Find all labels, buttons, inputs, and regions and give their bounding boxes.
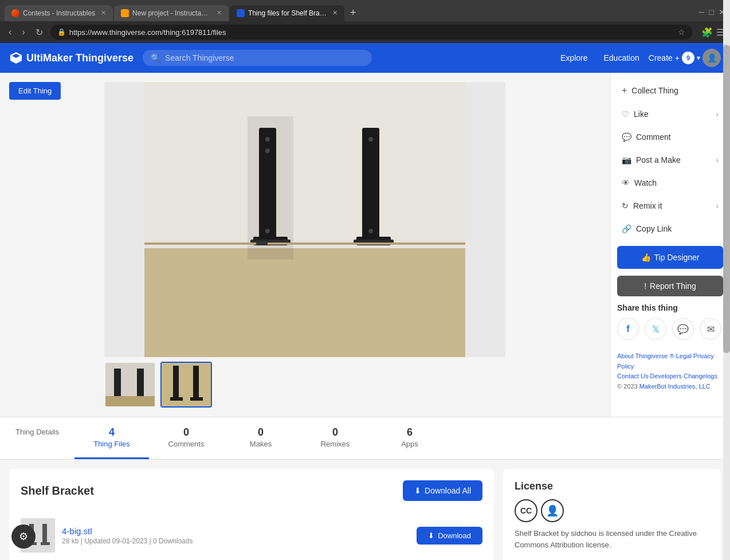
email-share-button[interactable]: ✉ xyxy=(700,318,721,340)
contact-link[interactable]: Contact Us xyxy=(617,373,648,379)
svg-rect-32 xyxy=(41,542,50,545)
svg-rect-4 xyxy=(259,128,276,242)
search-bar[interactable]: 🔍 xyxy=(143,50,372,66)
search-input[interactable] xyxy=(165,53,364,62)
address-bar-row: ‹ › ↻ 🔒 https://www.thingiverse.com/thin… xyxy=(0,21,730,43)
tab-comments-label: Comments xyxy=(168,440,205,448)
file-downloads-1: 0 Downloads xyxy=(153,537,193,545)
comment-item[interactable]: 💬 Comment xyxy=(617,127,723,147)
tab-thing-files-label: Thing Files xyxy=(93,440,130,448)
footer-copyright: © 2023 MakerBot Industries, LLC xyxy=(617,382,723,392)
new-tab-button[interactable]: + xyxy=(346,5,361,21)
remix-arrow-icon: › xyxy=(716,201,719,210)
tab-thing-files[interactable]: 4 Thing Files xyxy=(74,417,149,459)
address-bar[interactable]: 🔒 https://www.thingiverse.com/thing:6197… xyxy=(50,25,692,40)
nav-links: Explore Education Create + 9 ▾ 👤 xyxy=(554,49,721,67)
main-image xyxy=(104,82,505,357)
tab-apps-label: Apps xyxy=(401,440,418,448)
collect-thing-item[interactable]: + Collect Thing xyxy=(617,80,723,101)
share-title: Share this thing xyxy=(617,303,723,312)
tab-close-3[interactable]: ✕ xyxy=(332,9,337,17)
legal-link[interactable]: Legal xyxy=(676,353,692,359)
watch-item[interactable]: 👁 Watch xyxy=(617,173,723,193)
collect-thing-label: Collect Thing xyxy=(631,86,678,95)
tab-thing-details-label: Thing Details xyxy=(15,428,59,436)
svg-rect-23 xyxy=(162,363,212,408)
share-icons-row: f 𝕏 💬 ✉ xyxy=(617,318,723,340)
refresh-button[interactable]: ↻ xyxy=(33,26,46,39)
facebook-icon: f xyxy=(626,324,629,334)
tab-makes[interactable]: 0 Makes xyxy=(223,417,298,459)
star-icon[interactable]: ☆ xyxy=(678,28,685,37)
copy-link-label: Copy Link xyxy=(636,224,672,233)
copy-link-item[interactable]: 🔗 Copy Link xyxy=(617,218,723,239)
nav-explore[interactable]: Explore xyxy=(554,49,594,67)
file-meta-1: 28 kb | Updated 09-01-2023 | 0 Downloads xyxy=(62,537,410,545)
tab-thing-details[interactable]: Thing Details xyxy=(0,417,74,459)
tab-favicon-3 xyxy=(237,9,245,17)
download-all-icon: ⬇ xyxy=(414,486,421,495)
tab-remixes-count: 0 xyxy=(332,426,338,438)
create-button[interactable]: Create + xyxy=(649,53,680,62)
file-name-1[interactable]: 4-big.stl xyxy=(62,526,410,536)
browser-tab-2[interactable]: New project - Instructables ✕ xyxy=(114,5,229,21)
tab-remixes[interactable]: 0 Remixes xyxy=(298,417,372,459)
camera-toggle-button[interactable]: ⚙ xyxy=(11,524,36,549)
svg-rect-16 xyxy=(256,241,268,245)
like-item[interactable]: ♡ Like › xyxy=(617,104,723,124)
edit-thing-button[interactable]: Edit Thing xyxy=(9,82,61,100)
thingiverse-logo[interactable]: UltiMaker Thingiverse xyxy=(9,51,134,65)
watch-label: Watch xyxy=(634,178,657,187)
tab-label-3: Thing files for Shelf Bracket by xyxy=(248,9,327,17)
logo-text: UltiMaker Thingiverse xyxy=(26,52,134,64)
browser-tab-3[interactable]: Thing files for Shelf Bracket by ✕ xyxy=(230,5,344,21)
twitter-share-button[interactable]: 𝕏 xyxy=(645,318,666,340)
notification-badge[interactable]: 9 xyxy=(682,52,694,64)
facebook-share-button[interactable]: f xyxy=(617,318,639,340)
back-button[interactable]: ‹ xyxy=(6,26,14,38)
twitter-icon: 𝕏 xyxy=(652,324,660,335)
download-all-button[interactable]: ⬇ Download All xyxy=(403,480,482,501)
svg-point-14 xyxy=(368,137,373,142)
svg-rect-22 xyxy=(105,396,156,408)
makerbot-link[interactable]: MakerBot Industries, LLC xyxy=(639,383,711,390)
tab-comments[interactable]: 0 Comments xyxy=(149,417,223,459)
thumb-2-img xyxy=(162,363,212,408)
browser-actions: 🧩 ☰ xyxy=(701,27,724,38)
post-make-item[interactable]: 📷 Post a Make › xyxy=(617,150,723,170)
chevron-down-icon[interactable]: ▾ xyxy=(697,54,700,62)
minimize-button[interactable]: ─ xyxy=(699,7,705,17)
maximize-button[interactable]: □ xyxy=(709,7,714,17)
forward-button[interactable]: › xyxy=(19,26,28,38)
svg-point-11 xyxy=(265,137,270,142)
developers-link[interactable]: Developers xyxy=(650,373,682,379)
files-main-panel: Shelf Bracket ⬇ Download All 4-big.stl xyxy=(9,469,494,560)
tab-apps[interactable]: 6 Apps xyxy=(372,417,447,459)
main-image-svg xyxy=(104,82,505,357)
whatsapp-share-button[interactable]: 💬 xyxy=(672,318,694,340)
report-thing-button[interactable]: ! Report Thing xyxy=(617,276,723,296)
extensions-icon[interactable]: 🧩 xyxy=(701,27,713,38)
scrollbar[interactable] xyxy=(723,0,730,560)
svg-point-15 xyxy=(368,229,373,233)
remix-label: Remix it xyxy=(633,201,662,210)
scrollbar-thumb[interactable] xyxy=(723,45,730,353)
tab-close-2[interactable]: ✕ xyxy=(217,9,222,17)
thumbnail-1[interactable] xyxy=(104,362,156,408)
user-avatar[interactable]: 👤 xyxy=(702,49,721,67)
changelogs-link[interactable]: Changelogs xyxy=(684,373,717,379)
tab-thing-files-count: 4 xyxy=(109,426,115,438)
thumbnail-2[interactable] xyxy=(160,362,212,408)
nav-education[interactable]: Education xyxy=(597,49,646,67)
svg-rect-2 xyxy=(144,82,465,248)
tip-designer-button[interactable]: 👍 Tip Designer xyxy=(617,246,723,269)
files-section: Shelf Bracket ⬇ Download All 4-big.stl xyxy=(0,460,730,560)
download-file-button-1[interactable]: ⬇ Download xyxy=(417,527,482,545)
license-title: License xyxy=(515,480,709,492)
tab-close-1[interactable]: ✕ xyxy=(101,9,106,17)
browser-tab-1[interactable]: Contests - Instructables ✕ xyxy=(5,5,113,21)
remix-item[interactable]: ↻ Remix it › xyxy=(617,195,723,216)
svg-rect-27 xyxy=(190,397,203,401)
comment-label: Comment xyxy=(636,132,671,142)
about-link[interactable]: About Thingiverse ® xyxy=(617,353,674,359)
